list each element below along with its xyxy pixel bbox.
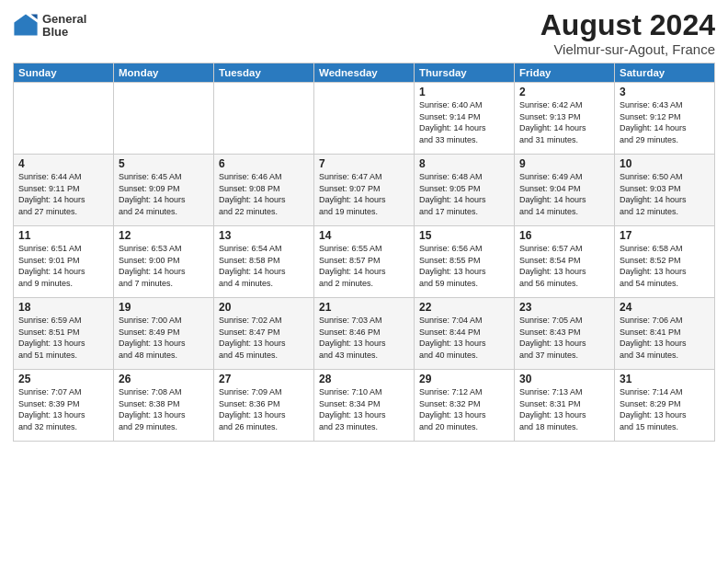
calendar-cell: 13Sunrise: 6:54 AMSunset: 8:58 PMDayligh… — [214, 226, 314, 298]
day-number: 28 — [319, 373, 409, 385]
calendar-cell: 11Sunrise: 6:51 AMSunset: 9:01 PMDayligh… — [14, 226, 114, 298]
svg-marker-0 — [14, 15, 37, 36]
day-number: 13 — [219, 229, 309, 242]
calendar-cell: 2Sunrise: 6:42 AMSunset: 9:13 PMDaylight… — [515, 83, 615, 155]
day-info: Sunrise: 6:46 AMSunset: 9:08 PMDaylight:… — [219, 171, 309, 217]
day-info: Sunrise: 6:48 AMSunset: 9:05 PMDaylight:… — [419, 171, 509, 217]
day-info: Sunrise: 6:58 AMSunset: 8:52 PMDaylight:… — [620, 243, 710, 289]
header: General Blue August 2024 Vielmur-sur-Ago… — [13, 9, 715, 57]
header-day: Wednesday — [314, 63, 415, 83]
day-info: Sunrise: 6:44 AMSunset: 9:11 PMDaylight:… — [18, 171, 108, 217]
day-info: Sunrise: 7:12 AMSunset: 8:32 PMDaylight:… — [419, 386, 509, 432]
day-info: Sunrise: 6:53 AMSunset: 9:00 PMDaylight:… — [119, 243, 209, 289]
day-number: 26 — [119, 373, 209, 385]
calendar-cell: 23Sunrise: 7:05 AMSunset: 8:43 PMDayligh… — [515, 298, 615, 370]
calendar-cell: 16Sunrise: 6:57 AMSunset: 8:54 PMDayligh… — [515, 226, 615, 298]
day-info: Sunrise: 6:57 AMSunset: 8:54 PMDaylight:… — [519, 243, 609, 289]
logo: General Blue — [13, 13, 86, 40]
calendar-cell: 3Sunrise: 6:43 AMSunset: 9:12 PMDaylight… — [615, 83, 715, 155]
day-number: 12 — [119, 229, 209, 242]
day-number: 25 — [18, 373, 108, 385]
calendar-cell: 30Sunrise: 7:13 AMSunset: 8:31 PMDayligh… — [515, 370, 615, 442]
title-block: August 2024 Vielmur-sur-Agout, France — [540, 9, 715, 57]
day-number: 1 — [419, 86, 509, 98]
day-number: 17 — [620, 229, 710, 242]
header-day: Sunday — [14, 63, 114, 83]
day-number: 2 — [519, 86, 609, 98]
day-info: Sunrise: 6:47 AMSunset: 9:07 PMDaylight:… — [319, 171, 409, 217]
main-title: August 2024 — [540, 9, 715, 41]
calendar-cell — [214, 83, 314, 155]
day-info: Sunrise: 6:43 AMSunset: 9:12 PMDaylight:… — [620, 99, 710, 145]
calendar-cell: 6Sunrise: 6:46 AMSunset: 9:08 PMDaylight… — [214, 155, 314, 226]
day-number: 10 — [620, 157, 710, 170]
calendar-table: SundayMondayTuesdayWednesdayThursdayFrid… — [13, 63, 715, 442]
day-info: Sunrise: 6:45 AMSunset: 9:09 PMDaylight:… — [119, 171, 209, 217]
calendar-cell: 10Sunrise: 6:50 AMSunset: 9:03 PMDayligh… — [615, 155, 715, 226]
day-info: Sunrise: 6:59 AMSunset: 8:51 PMDaylight:… — [18, 315, 108, 361]
header-day: Tuesday — [214, 63, 314, 83]
day-number: 16 — [519, 229, 609, 242]
day-info: Sunrise: 7:03 AMSunset: 8:46 PMDaylight:… — [319, 315, 409, 361]
day-number: 20 — [219, 301, 309, 314]
calendar-cell: 14Sunrise: 6:55 AMSunset: 8:57 PMDayligh… — [314, 226, 415, 298]
day-number: 18 — [18, 301, 108, 314]
day-info: Sunrise: 7:09 AMSunset: 8:36 PMDaylight:… — [219, 386, 309, 432]
calendar-cell: 25Sunrise: 7:07 AMSunset: 8:39 PMDayligh… — [14, 370, 114, 442]
day-info: Sunrise: 7:14 AMSunset: 8:29 PMDaylight:… — [620, 386, 710, 432]
header-day: Monday — [114, 63, 214, 83]
calendar-cell: 12Sunrise: 6:53 AMSunset: 9:00 PMDayligh… — [114, 226, 214, 298]
header-day: Friday — [515, 63, 615, 83]
day-number: 24 — [620, 301, 710, 314]
day-number: 5 — [119, 157, 209, 170]
calendar-header: SundayMondayTuesdayWednesdayThursdayFrid… — [14, 63, 715, 83]
day-info: Sunrise: 6:54 AMSunset: 8:58 PMDaylight:… — [219, 243, 309, 289]
calendar-cell: 17Sunrise: 6:58 AMSunset: 8:52 PMDayligh… — [615, 226, 715, 298]
day-number: 19 — [119, 301, 209, 314]
day-number: 21 — [319, 301, 409, 314]
logo-icon — [13, 13, 39, 39]
logo-text: General Blue — [42, 13, 86, 40]
calendar-cell: 15Sunrise: 6:56 AMSunset: 8:55 PMDayligh… — [415, 226, 515, 298]
day-info: Sunrise: 7:00 AMSunset: 8:49 PMDaylight:… — [119, 315, 209, 361]
day-number: 22 — [419, 301, 509, 314]
day-info: Sunrise: 7:13 AMSunset: 8:31 PMDaylight:… — [519, 386, 609, 432]
calendar-cell — [314, 83, 415, 155]
day-number: 15 — [419, 229, 509, 242]
calendar-week-row: 25Sunrise: 7:07 AMSunset: 8:39 PMDayligh… — [14, 370, 715, 442]
calendar-cell — [14, 83, 114, 155]
page: General Blue August 2024 Vielmur-sur-Ago… — [0, 0, 728, 563]
day-number: 30 — [519, 373, 609, 385]
day-info: Sunrise: 6:50 AMSunset: 9:03 PMDaylight:… — [620, 171, 710, 217]
subtitle: Vielmur-sur-Agout, France — [540, 41, 715, 57]
calendar-cell: 4Sunrise: 6:44 AMSunset: 9:11 PMDaylight… — [14, 155, 114, 226]
day-number: 9 — [519, 157, 609, 170]
calendar-week-row: 1Sunrise: 6:40 AMSunset: 9:14 PMDaylight… — [14, 83, 715, 155]
calendar-cell: 24Sunrise: 7:06 AMSunset: 8:41 PMDayligh… — [615, 298, 715, 370]
calendar-cell: 29Sunrise: 7:12 AMSunset: 8:32 PMDayligh… — [415, 370, 515, 442]
day-number: 4 — [18, 157, 108, 170]
logo-line2: Blue — [42, 26, 86, 39]
calendar-cell: 1Sunrise: 6:40 AMSunset: 9:14 PMDaylight… — [415, 83, 515, 155]
day-info: Sunrise: 7:05 AMSunset: 8:43 PMDaylight:… — [519, 315, 609, 361]
header-day: Thursday — [415, 63, 515, 83]
calendar-week-row: 4Sunrise: 6:44 AMSunset: 9:11 PMDaylight… — [14, 155, 715, 226]
day-info: Sunrise: 7:07 AMSunset: 8:39 PMDaylight:… — [18, 386, 108, 432]
day-info: Sunrise: 7:08 AMSunset: 8:38 PMDaylight:… — [119, 386, 209, 432]
calendar-cell: 27Sunrise: 7:09 AMSunset: 8:36 PMDayligh… — [214, 370, 314, 442]
day-number: 3 — [620, 86, 710, 98]
calendar-cell: 18Sunrise: 6:59 AMSunset: 8:51 PMDayligh… — [14, 298, 114, 370]
calendar-cell: 7Sunrise: 6:47 AMSunset: 9:07 PMDaylight… — [314, 155, 415, 226]
day-number: 23 — [519, 301, 609, 314]
day-number: 14 — [319, 229, 409, 242]
day-info: Sunrise: 6:56 AMSunset: 8:55 PMDaylight:… — [419, 243, 509, 289]
calendar-cell: 26Sunrise: 7:08 AMSunset: 8:38 PMDayligh… — [114, 370, 214, 442]
day-number: 8 — [419, 157, 509, 170]
day-info: Sunrise: 7:10 AMSunset: 8:34 PMDaylight:… — [319, 386, 409, 432]
logo-line1: General — [42, 13, 86, 26]
day-info: Sunrise: 6:42 AMSunset: 9:13 PMDaylight:… — [519, 99, 609, 145]
calendar-body: 1Sunrise: 6:40 AMSunset: 9:14 PMDaylight… — [14, 83, 715, 442]
calendar-cell: 19Sunrise: 7:00 AMSunset: 8:49 PMDayligh… — [114, 298, 214, 370]
calendar-cell: 31Sunrise: 7:14 AMSunset: 8:29 PMDayligh… — [615, 370, 715, 442]
day-number: 27 — [219, 373, 309, 385]
